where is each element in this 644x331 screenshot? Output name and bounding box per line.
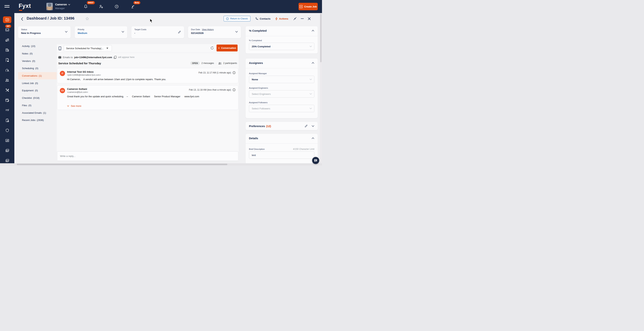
status-label: Status bbox=[21, 28, 27, 30]
menu-item-recent-jobs[interactable]: Recent Jobs(2936) bbox=[18, 116, 58, 124]
assigned-engineers-select[interactable]: Select Engineers bbox=[249, 90, 314, 98]
priority-value: Medium bbox=[78, 32, 87, 34]
top-bar: Fyxt Cameron Manager 84037 ? bbox=[0, 0, 322, 13]
window-controls bbox=[293, 17, 311, 20]
support-chat-button[interactable] bbox=[312, 157, 319, 164]
participants-icon bbox=[218, 62, 222, 64]
priority-card[interactable]: Priority Medium bbox=[75, 26, 127, 38]
robot-arm-icon[interactable] bbox=[130, 4, 134, 9]
reply-input[interactable] bbox=[57, 152, 238, 161]
caret-down-icon bbox=[106, 48, 108, 49]
menu-item-activity[interactable]: Activity(10) bbox=[18, 42, 58, 50]
edit-pencil-icon[interactable] bbox=[304, 124, 308, 128]
back-button[interactable] bbox=[20, 17, 24, 21]
sidebar-item-portfolio[interactable] bbox=[0, 46, 14, 54]
favorite-star-icon[interactable] bbox=[85, 16, 89, 21]
chevron-down-icon[interactable] bbox=[312, 125, 314, 127]
plus-square-icon bbox=[300, 5, 302, 8]
hamburger-icon[interactable] bbox=[4, 5, 10, 8]
edit-pencil-icon[interactable] bbox=[178, 30, 181, 34]
lease-document-icon bbox=[5, 58, 10, 62]
sidebar-item-team[interactable] bbox=[0, 76, 14, 84]
sidebar-item-properties[interactable] bbox=[0, 36, 14, 44]
bell-icon[interactable] bbox=[84, 4, 88, 9]
sidebar-item-dashboard[interactable] bbox=[0, 15, 14, 24]
message-body: Hi Cameron, A vendor will arrive between… bbox=[67, 78, 234, 81]
view-history-link[interactable]: View History bbox=[202, 28, 214, 30]
messages-count: 2 messages bbox=[202, 62, 214, 64]
vertical-scrollbar-thumb[interactable] bbox=[320, 14, 322, 62]
actions-button[interactable]: Actions bbox=[275, 17, 288, 20]
sidebar-item-tenants[interactable] bbox=[0, 66, 14, 74]
menu-item-associated-emails[interactable]: Associated Emails(1) bbox=[18, 109, 58, 116]
target-costs-card[interactable]: Target Costs - bbox=[131, 26, 184, 38]
close-icon[interactable] bbox=[308, 17, 311, 20]
minimize-icon[interactable] bbox=[300, 17, 304, 20]
refresh-icon[interactable] bbox=[210, 46, 214, 50]
menu-item-equipment[interactable]: Equipment(0) bbox=[18, 87, 58, 94]
sidebar-item-maintenance[interactable] bbox=[0, 86, 14, 95]
conversation-selector[interactable]: Service Scheduled for Thursday(... bbox=[64, 45, 112, 52]
breadcrumb-dashboard[interactable]: Dashboard bbox=[27, 16, 46, 20]
menu-item-scheduling[interactable]: Scheduling(0) bbox=[18, 65, 58, 72]
horizontal-scrollbar-thumb[interactable] bbox=[17, 164, 227, 165]
sidebar-item-timesheets[interactable] bbox=[0, 116, 14, 125]
assigned-engineers-placeholder: Select Engineers bbox=[252, 93, 271, 96]
beta-badge: Beta bbox=[134, 1, 140, 4]
create-job-button[interactable]: Create Job bbox=[298, 3, 318, 10]
reply-box bbox=[57, 151, 238, 161]
sidebar-item-scheduling[interactable] bbox=[0, 96, 14, 105]
user-menu[interactable]: Cameron Manager bbox=[55, 3, 70, 10]
chevron-up-icon[interactable] bbox=[312, 30, 314, 32]
horizontal-scrollbar[interactable] bbox=[0, 163, 322, 166]
percent-completed-select[interactable]: 25% Completed bbox=[249, 43, 314, 50]
return-to-classic-button[interactable]: Return to Classic bbox=[224, 16, 250, 22]
sender-email: <cameron@fyxt.com> bbox=[67, 91, 88, 93]
app-logo[interactable]: Fyxt bbox=[19, 2, 31, 9]
sidebar-item-gallery[interactable] bbox=[0, 146, 14, 155]
status-card[interactable]: Status New In Progress bbox=[18, 26, 70, 38]
assigned-manager-select[interactable]: None bbox=[249, 76, 314, 83]
menu-item-linked-job[interactable]: Linked Job(0) bbox=[18, 80, 58, 87]
priority-label: Priority bbox=[78, 28, 84, 30]
contacts-button[interactable]: Contacts bbox=[255, 17, 270, 20]
chevron-up-icon[interactable] bbox=[312, 137, 314, 139]
message-card: CS Cameron Soltani <cameron@fyxt.com> Fe… bbox=[57, 85, 238, 110]
percent-completed-field-label: % Completed bbox=[249, 39, 262, 42]
gallery-2-icon bbox=[5, 158, 10, 163]
user-gear-icon[interactable] bbox=[99, 4, 104, 9]
chevron-down-icon[interactable] bbox=[235, 31, 238, 32]
user-avatar[interactable] bbox=[46, 3, 53, 10]
chevron-up-icon[interactable] bbox=[312, 62, 314, 64]
due-date-label: Due DateView History bbox=[191, 28, 214, 30]
assigned-engineers-label: Assigned Engineers bbox=[249, 87, 268, 89]
sidebar-item-tasks[interactable] bbox=[0, 106, 14, 115]
chevron-down-icon bbox=[310, 93, 312, 95]
menu-item-conversations[interactable]: Conversations(1) bbox=[18, 72, 58, 80]
vertical-scrollbar[interactable] bbox=[320, 13, 322, 163]
sidebar-item-reports[interactable] bbox=[0, 136, 14, 145]
assigned-followers-select[interactable]: Select Followers bbox=[249, 105, 314, 112]
calendar-edit-icon bbox=[5, 98, 10, 102]
sidebar-item-leases[interactable] bbox=[0, 56, 14, 64]
help-icon[interactable]: ? bbox=[114, 4, 119, 9]
menu-item-checklist[interactable]: Checklist(0/18) bbox=[18, 94, 58, 102]
character-limit-label: 4/150 Character Limit bbox=[293, 148, 314, 150]
sidebar-item-compliance[interactable] bbox=[0, 126, 14, 135]
collapse-icon[interactable] bbox=[293, 17, 297, 20]
info-icon[interactable] bbox=[232, 88, 236, 91]
chevron-down-icon[interactable] bbox=[122, 31, 124, 32]
chevron-down-icon[interactable] bbox=[65, 31, 68, 32]
copy-icon[interactable] bbox=[114, 56, 117, 59]
new-conversation-button[interactable]: + Conversation bbox=[216, 44, 238, 52]
preferences-card: Preferences (12) bbox=[246, 122, 318, 130]
brief-description-input[interactable] bbox=[249, 152, 314, 158]
see-more-link[interactable]: See more bbox=[67, 104, 81, 107]
envelope-icon bbox=[58, 56, 61, 58]
due-date-card[interactable]: Due DateView History 02/14/2026 bbox=[188, 26, 241, 38]
menu-item-files[interactable]: Files(0) bbox=[18, 102, 58, 109]
assignees-title: Assignees bbox=[249, 61, 263, 64]
menu-item-vendors[interactable]: Vendors(0) bbox=[18, 57, 58, 65]
info-icon[interactable] bbox=[232, 71, 236, 74]
menu-item-notes[interactable]: Notes(0) bbox=[18, 50, 58, 58]
